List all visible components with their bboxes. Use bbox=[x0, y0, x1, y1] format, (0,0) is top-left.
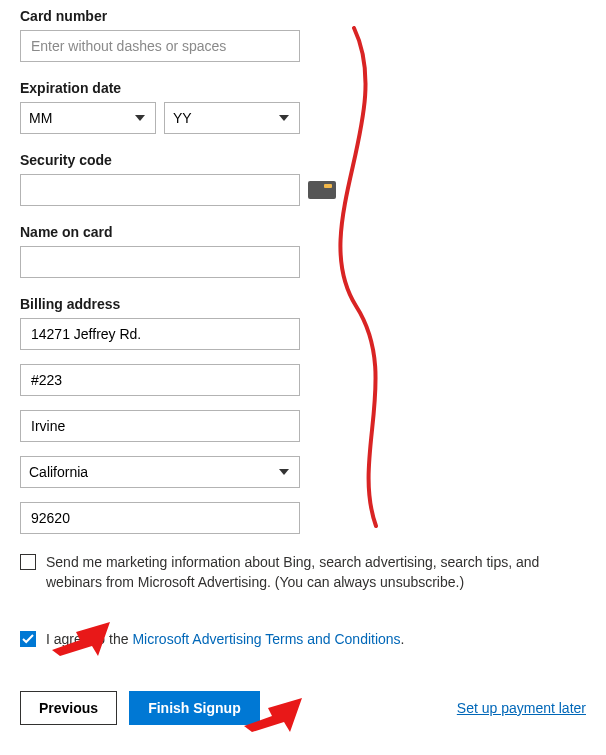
card-number-input[interactable] bbox=[20, 30, 300, 62]
card-cvv-icon-wrap bbox=[308, 181, 336, 199]
marketing-checkbox-row: Send me marketing information about Bing… bbox=[20, 552, 586, 593]
pay-later-link[interactable]: Set up payment later bbox=[457, 700, 586, 716]
agree-checkbox-text: I agree to the Microsoft Advertising Ter… bbox=[46, 629, 405, 649]
card-number-label: Card number bbox=[20, 8, 586, 24]
expiration-label: Expiration date bbox=[20, 80, 586, 96]
marketing-checkbox[interactable] bbox=[20, 554, 36, 570]
billing-zip-input[interactable] bbox=[20, 502, 300, 534]
agree-text-suffix: . bbox=[401, 631, 405, 647]
expiration-row: MM YY bbox=[20, 102, 586, 134]
billing-address-label: Billing address bbox=[20, 296, 586, 312]
previous-button[interactable]: Previous bbox=[20, 691, 117, 725]
card-number-group: Card number bbox=[20, 8, 586, 62]
credit-card-icon bbox=[308, 181, 336, 199]
checkmark-icon bbox=[22, 633, 34, 645]
expiration-group: Expiration date MM YY bbox=[20, 80, 586, 134]
billing-line2-input[interactable] bbox=[20, 364, 300, 396]
expiration-month-select[interactable]: MM bbox=[20, 102, 156, 134]
billing-address-group: Billing address California bbox=[20, 296, 586, 534]
name-on-card-label: Name on card bbox=[20, 224, 586, 240]
security-code-input[interactable] bbox=[20, 174, 300, 206]
security-code-row bbox=[20, 174, 586, 206]
security-code-label: Security code bbox=[20, 152, 586, 168]
agree-checkbox[interactable] bbox=[20, 631, 36, 647]
billing-city-input[interactable] bbox=[20, 410, 300, 442]
security-code-group: Security code bbox=[20, 152, 586, 206]
finish-signup-button[interactable]: Finish Signup bbox=[129, 691, 260, 725]
button-row: Previous Finish Signup Set up payment la… bbox=[20, 691, 586, 725]
terms-link[interactable]: Microsoft Advertising Terms and Conditio… bbox=[132, 631, 400, 647]
billing-address-stack: California bbox=[20, 318, 586, 534]
agree-text-prefix: I agree to the bbox=[46, 631, 132, 647]
billing-state-select[interactable]: California bbox=[20, 456, 300, 488]
marketing-checkbox-text: Send me marketing information about Bing… bbox=[46, 552, 586, 593]
name-on-card-group: Name on card bbox=[20, 224, 586, 278]
name-on-card-input[interactable] bbox=[20, 246, 300, 278]
expiration-year-select[interactable]: YY bbox=[164, 102, 300, 134]
agree-checkbox-row: I agree to the Microsoft Advertising Ter… bbox=[20, 629, 586, 649]
billing-line1-input[interactable] bbox=[20, 318, 300, 350]
